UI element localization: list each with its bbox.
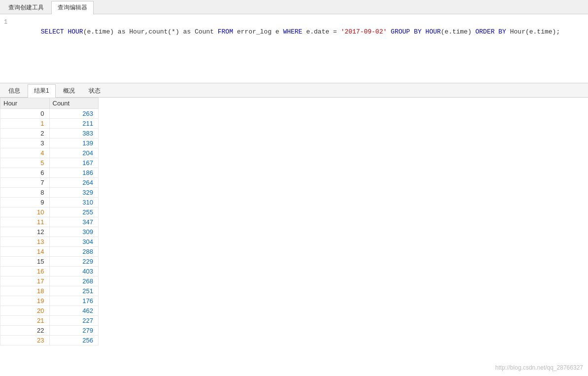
cell-hour: 10 [0,207,50,217]
cell-hour: 7 [0,178,50,188]
tab-query-builder[interactable]: 查询创建工具 [2,1,50,14]
result-table: Hour Count 02631211238331394204516761867… [0,98,99,345]
cell-count: 186 [49,168,99,178]
table-row: 15229 [0,257,99,267]
table-row: 0263 [0,109,99,119]
table-row: 12309 [0,227,99,237]
cell-count: 279 [49,326,99,336]
editor-line-1: 1 SELECT HOUR(e.time) as Hour,count(*) a… [4,17,584,46]
cell-count: 462 [49,306,99,316]
table-row: 8329 [0,188,99,198]
cell-hour: 23 [0,336,50,345]
cell-hour: 1 [0,119,50,129]
cell-count: 288 [49,247,99,257]
cell-hour: 18 [0,286,50,296]
cell-hour: 5 [0,158,50,168]
top-tab-bar: 查询创建工具 查询编辑器 [0,0,588,14]
table-header-row: Hour Count [0,98,99,109]
table-row: 5167 [0,158,99,168]
cell-count: 383 [49,129,99,138]
tab-result1[interactable]: 结果1 [28,84,56,98]
table-row: 23256 [0,336,99,345]
cell-hour: 21 [0,316,50,326]
table-row: 11347 [0,217,99,227]
line-number: 1 [4,17,14,27]
sql-editor[interactable]: 1 SELECT HOUR(e.time) as Hour,count(*) a… [0,14,588,83]
cell-hour: 14 [0,247,50,257]
table-row: 13304 [0,237,99,247]
table-row: 19176 [0,296,99,306]
table-row: 2383 [0,129,99,138]
cell-hour: 9 [0,198,50,207]
table-row: 22279 [0,326,99,336]
cell-hour: 20 [0,306,50,316]
result-tab-bar: 信息 结果1 概况 状态 [0,83,588,98]
cell-count: 255 [49,207,99,217]
cell-count: 309 [49,227,99,237]
col-header-hour: Hour [0,98,50,109]
table-row: 1211 [0,119,99,129]
cell-count: 229 [49,257,99,267]
table-row: 4204 [0,148,99,158]
cell-hour: 11 [0,217,50,227]
table-row: 21227 [0,316,99,326]
cell-hour: 16 [0,267,50,276]
result-table-wrapper: Hour Count 02631211238331394204516761867… [0,98,588,345]
cell-count: 329 [49,188,99,198]
cell-count: 176 [49,296,99,306]
tab-status[interactable]: 状态 [82,84,107,97]
table-row: 7264 [0,178,99,188]
cell-count: 310 [49,198,99,207]
cell-count: 211 [49,119,99,129]
cell-count: 227 [49,316,99,326]
cell-count: 139 [49,138,99,148]
table-row: 9310 [0,198,99,207]
tab-overview[interactable]: 概况 [57,84,81,97]
cell-count: 268 [49,276,99,286]
cell-count: 167 [49,158,99,168]
cell-hour: 2 [0,129,50,138]
cell-hour: 8 [0,188,50,198]
cell-count: 347 [49,217,99,227]
cell-hour: 0 [0,109,50,119]
cell-count: 263 [49,109,99,119]
table-row: 14288 [0,247,99,257]
cell-hour: 17 [0,276,50,286]
cell-count: 304 [49,237,99,247]
table-row: 20462 [0,306,99,316]
cell-hour: 19 [0,296,50,306]
table-row: 16403 [0,267,99,276]
tab-info[interactable]: 信息 [2,84,27,97]
cell-hour: 22 [0,326,50,336]
cell-count: 264 [49,178,99,188]
table-row: 18251 [0,286,99,296]
cell-hour: 3 [0,138,50,148]
table-row: 17268 [0,276,99,286]
cell-count: 256 [49,336,99,345]
tab-query-editor[interactable]: 查询编辑器 [51,1,94,14]
cell-hour: 12 [0,227,50,237]
cell-count: 204 [49,148,99,158]
table-row: 3139 [0,138,99,148]
table-row: 10255 [0,207,99,217]
cell-count: 403 [49,267,99,276]
cell-hour: 6 [0,168,50,178]
cell-count: 251 [49,286,99,296]
cell-hour: 4 [0,148,50,158]
col-header-count: Count [49,98,99,109]
sql-content: SELECT HOUR(e.time) as Hour,count(*) as … [18,17,584,46]
cell-hour: 15 [0,257,50,267]
table-row: 6186 [0,168,99,178]
cell-hour: 13 [0,237,50,247]
